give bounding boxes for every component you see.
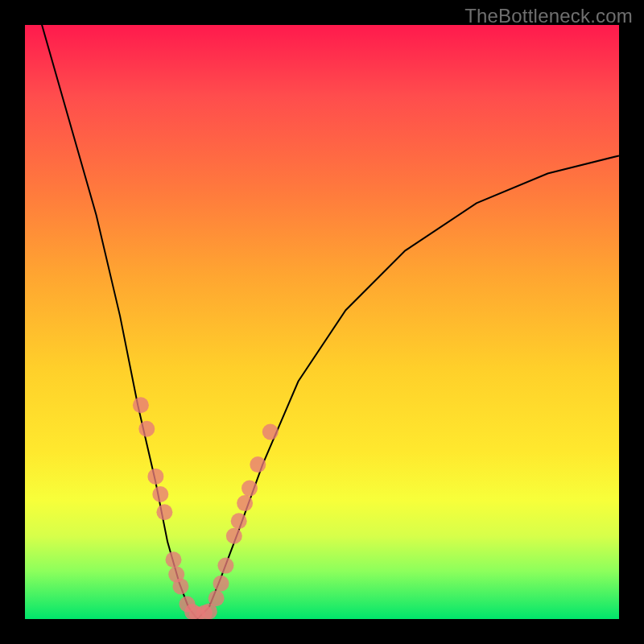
curve-marker	[242, 481, 258, 497]
chart-frame: TheBottleneck.com	[0, 0, 644, 644]
curve-marker	[231, 513, 247, 529]
curve-marker	[138, 421, 155, 437]
curve-marker	[208, 590, 225, 606]
curve-marker	[213, 576, 229, 592]
watermark-text: TheBottleneck.com	[464, 5, 633, 27]
curve-marker	[156, 504, 172, 520]
bottleneck-curve	[25, 25, 619, 619]
marker-group	[133, 397, 279, 619]
curve-marker	[152, 486, 168, 502]
curve-marker	[226, 528, 242, 544]
curve-marker	[147, 469, 163, 485]
curve-marker	[262, 424, 279, 440]
curve-marker	[133, 397, 149, 413]
curve-marker	[250, 456, 266, 473]
curve-marker	[172, 578, 188, 594]
chart-svg	[25, 25, 619, 619]
curve-marker	[217, 558, 233, 574]
chart-plot-area	[25, 25, 619, 619]
curve-marker	[166, 551, 182, 568]
curve-marker	[237, 495, 253, 511]
